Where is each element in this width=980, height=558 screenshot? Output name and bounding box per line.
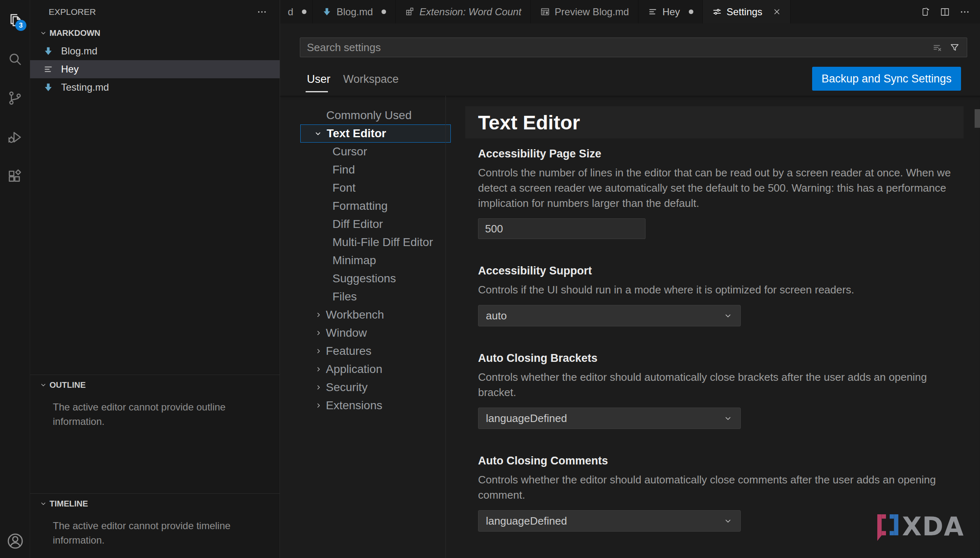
tab-blog-md[interactable]: Blog.md bbox=[313, 0, 396, 23]
file-row-blog[interactable]: Blog.md bbox=[30, 42, 280, 60]
timeline-section-header[interactable]: TIMELINE bbox=[30, 494, 280, 513]
selected-value: auto bbox=[486, 309, 507, 322]
file-row-testing[interactable]: Testing.md bbox=[30, 78, 280, 96]
settings-page-heading: Text Editor bbox=[465, 106, 964, 138]
chevron-down-icon bbox=[723, 413, 733, 423]
outline-section: OUTLINE The active editor cannot provide… bbox=[30, 375, 280, 493]
toc-item-workbench[interactable]: Workbench bbox=[280, 306, 445, 324]
modified-dot bbox=[382, 9, 386, 14]
timeline-section: TIMELINE The active editor cannot provid… bbox=[30, 493, 280, 558]
outline-empty-message: The active editor cannot provide outline… bbox=[30, 395, 280, 429]
toc-item-formatting[interactable]: Formatting bbox=[280, 197, 445, 215]
vscode-window: { "activity_bar": { "explorer_badge": "3… bbox=[0, 0, 980, 558]
setting-title: Accessibility Support bbox=[478, 265, 964, 277]
auto-closing-comments-select[interactable]: languageDefined bbox=[478, 510, 741, 532]
file-row-hey[interactable]: Hey bbox=[30, 60, 280, 78]
setting-description: Controls whether the editor should autom… bbox=[478, 472, 956, 503]
list-file-icon bbox=[648, 7, 658, 17]
chevron-right-icon bbox=[314, 401, 323, 410]
account-button[interactable] bbox=[0, 532, 30, 558]
list-file-icon bbox=[43, 64, 54, 75]
setting-accessibility-support: Accessibility Support Controls if the UI… bbox=[465, 265, 964, 326]
extension-window-icon bbox=[405, 7, 415, 17]
extensions-activity-button[interactable] bbox=[0, 157, 30, 196]
clear-search-results-icon[interactable] bbox=[932, 42, 943, 53]
sidebar-title-bar: EXPLORER bbox=[30, 0, 280, 24]
file-name: Blog.md bbox=[61, 45, 97, 57]
search-settings-input[interactable] bbox=[307, 41, 932, 54]
chevron-right-icon bbox=[314, 311, 323, 319]
toc-item-font[interactable]: Font bbox=[280, 179, 445, 197]
modified-dot bbox=[689, 9, 693, 14]
run-debug-icon bbox=[7, 129, 23, 145]
toc-item-extensions[interactable]: Extensions bbox=[280, 396, 445, 415]
run-debug-activity-button[interactable] bbox=[0, 117, 30, 157]
setting-accessibility-page-size: Accessibility Page Size Controls the num… bbox=[465, 148, 964, 239]
explorer-sidebar: EXPLORER MARKDOWN Blog.md Hey Testing.md bbox=[30, 0, 280, 558]
toc-item-text-editor[interactable]: Text Editor bbox=[300, 124, 451, 143]
settings-header: User Workspace Backup and Sync Settings bbox=[280, 23, 980, 96]
account-icon bbox=[6, 532, 25, 551]
scope-tab-user[interactable]: User bbox=[307, 73, 330, 86]
toc-item-suggestions[interactable]: Suggestions bbox=[280, 270, 445, 288]
filter-icon[interactable] bbox=[949, 42, 960, 53]
outline-section-header[interactable]: OUTLINE bbox=[30, 375, 280, 395]
source-control-activity-button[interactable] bbox=[0, 78, 30, 117]
chevron-right-icon bbox=[314, 383, 323, 392]
auto-closing-brackets-select[interactable]: languageDefined bbox=[478, 408, 741, 429]
settings-sliders-icon bbox=[712, 7, 722, 17]
tab-extension-word-count[interactable]: Extension: Word Count bbox=[396, 0, 531, 23]
vertical-scrollbar-thumb[interactable] bbox=[975, 109, 980, 128]
toc-item-files[interactable]: Files bbox=[280, 288, 445, 306]
setting-auto-closing-brackets: Auto Closing Brackets Controls whether t… bbox=[465, 352, 964, 429]
accessibility-support-select[interactable]: auto bbox=[478, 305, 741, 326]
explorer-activity-button[interactable]: 3 bbox=[0, 0, 30, 39]
split-editor-icon[interactable] bbox=[940, 7, 950, 17]
markdown-section-header[interactable]: MARKDOWN bbox=[30, 24, 280, 42]
chevron-right-icon bbox=[314, 329, 323, 337]
markdown-file-icon bbox=[43, 46, 54, 56]
file-name: Hey bbox=[61, 63, 79, 75]
toc-item-commonly-used[interactable]: Commonly Used bbox=[280, 106, 445, 124]
chevron-down-icon bbox=[39, 29, 47, 37]
selected-value: languageDefined bbox=[486, 412, 567, 425]
chevron-down-icon bbox=[723, 311, 733, 321]
toc-item-multi-file-diff-editor[interactable]: Multi-File Diff Editor bbox=[280, 233, 445, 251]
accessibility-page-size-input[interactable] bbox=[478, 218, 645, 239]
active-scope-underline bbox=[306, 91, 328, 92]
toc-item-find[interactable]: Find bbox=[280, 161, 445, 179]
tab-preview-blog-md[interactable]: Preview Blog.md bbox=[531, 0, 638, 23]
toc-item-diff-editor[interactable]: Diff Editor bbox=[280, 215, 445, 233]
tab-clipped[interactable]: d bbox=[280, 0, 313, 23]
setting-description: Controls whether the editor should autom… bbox=[478, 370, 956, 400]
extensions-icon bbox=[7, 168, 23, 185]
explorer-more-actions-icon[interactable] bbox=[257, 7, 267, 17]
close-icon[interactable] bbox=[773, 7, 781, 16]
setting-title: Accessibility Page Size bbox=[478, 148, 964, 160]
more-actions-icon[interactable] bbox=[959, 7, 970, 17]
search-activity-button[interactable] bbox=[0, 39, 30, 78]
toc-item-security[interactable]: Security bbox=[280, 378, 445, 396]
editor-actions bbox=[910, 0, 980, 23]
tab-settings[interactable]: Settings bbox=[703, 0, 791, 23]
markdown-preview-icon bbox=[540, 7, 550, 17]
toc-item-cursor[interactable]: Cursor bbox=[280, 143, 445, 161]
xda-logo-brackets bbox=[877, 514, 898, 541]
toc-item-window[interactable]: Window bbox=[280, 324, 445, 342]
toc-item-application[interactable]: Application bbox=[280, 360, 445, 378]
selected-value: languageDefined bbox=[486, 515, 567, 528]
toc-item-features[interactable]: Features bbox=[280, 342, 445, 360]
settings-body: Commonly Used Text Editor Cursor Find Fo… bbox=[280, 96, 980, 558]
toc-item-minimap[interactable]: Minimap bbox=[280, 251, 445, 270]
xda-watermark: XDA bbox=[872, 512, 965, 542]
backup-sync-settings-button[interactable]: Backup and Sync Settings bbox=[812, 67, 961, 91]
tab-bar: d Blog.md Extension: Word Count bbox=[280, 0, 980, 23]
markdown-section-label: MARKDOWN bbox=[49, 28, 100, 38]
chevron-down-icon bbox=[723, 516, 733, 526]
open-settings-json-icon[interactable] bbox=[920, 7, 931, 17]
tab-hey[interactable]: Hey bbox=[638, 0, 703, 23]
settings-search-box bbox=[300, 38, 967, 57]
svg-text:XDA: XDA bbox=[902, 512, 964, 542]
scope-tab-workspace[interactable]: Workspace bbox=[343, 73, 399, 86]
markdown-file-icon bbox=[322, 7, 332, 17]
